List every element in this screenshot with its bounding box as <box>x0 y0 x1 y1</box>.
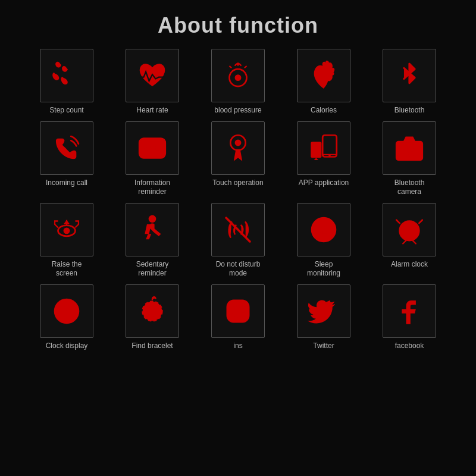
icon-box-bluetooth <box>383 49 436 102</box>
label-incoming-call: Incoming call <box>46 178 87 188</box>
touch-operation-icon <box>221 131 255 165</box>
raise-screen-icon <box>49 212 84 247</box>
item-app-application: APP application <box>281 121 367 197</box>
icon-box-bluetooth-camera <box>383 121 436 175</box>
svg-point-15 <box>406 148 412 154</box>
icon-box-raise-screen <box>40 203 93 256</box>
alarm-clock-icon <box>392 212 427 247</box>
icon-box-clock-display <box>40 284 93 338</box>
icon-box-heart-rate <box>126 49 179 102</box>
ins-icon <box>221 294 255 328</box>
svg-point-8 <box>235 139 242 146</box>
item-calories: Calories <box>281 49 367 115</box>
svg-point-35 <box>233 306 243 317</box>
icon-box-sedentary-reminder <box>126 203 179 256</box>
label-do-not-disturb: Do not disturb mode <box>211 260 265 278</box>
item-bluetooth-camera: Bluetooth camera <box>367 121 452 197</box>
icon-box-app-application <box>297 121 350 175</box>
item-sleep-monitoring: Z Sleep monitoring <box>281 203 367 278</box>
svg-point-20 <box>149 215 156 223</box>
svg-point-12 <box>328 154 331 156</box>
item-alarm-clock: Alarm clock <box>367 203 452 278</box>
bluetooth-icon <box>392 58 427 93</box>
item-raise-screen: Raise the screen <box>24 203 109 278</box>
svg-point-6 <box>156 146 159 149</box>
icon-box-calories <box>297 49 350 102</box>
item-ins: ins <box>195 284 281 351</box>
icon-box-twitter <box>297 284 350 338</box>
svg-point-18 <box>64 227 70 234</box>
label-clock-display: Clock display <box>46 342 88 351</box>
find-bracelet-icon <box>135 294 170 328</box>
calories-icon <box>306 58 341 93</box>
icon-box-information-reminder <box>126 121 179 175</box>
label-calories: Calories <box>311 106 337 115</box>
step-count-icon <box>49 58 84 93</box>
do-not-disturb-icon <box>221 212 255 247</box>
item-sedentary-reminder: Sedentary reminder <box>109 203 195 278</box>
item-twitter: Twitter <box>281 284 367 351</box>
sedentary-reminder-icon <box>135 212 170 247</box>
functions-grid: Step count Heart rate blood pressu <box>0 49 476 351</box>
twitter-icon <box>306 294 341 328</box>
sleep-monitoring-icon: Z <box>306 212 341 247</box>
label-heart-rate: Heart rate <box>136 106 168 115</box>
item-bluetooth: Bluetooth <box>367 49 452 115</box>
icon-box-facebook <box>383 284 436 338</box>
item-clock-display: Clock display <box>24 284 109 351</box>
page-title: About function <box>0 0 476 49</box>
item-step-count: Step count <box>24 49 109 115</box>
icon-box-blood-pressure <box>211 49 265 102</box>
icon-box-find-bracelet <box>126 284 179 338</box>
icon-box-alarm-clock <box>383 203 436 256</box>
svg-point-33 <box>148 307 157 316</box>
information-reminder-icon <box>135 131 170 165</box>
svg-point-4 <box>145 146 148 149</box>
item-touch-operation: Touch operation <box>195 121 281 197</box>
item-do-not-disturb: Do not disturb mode <box>195 203 281 278</box>
icon-box-sleep-monitoring: Z <box>297 203 350 256</box>
label-alarm-clock: Alarm clock <box>391 260 428 270</box>
svg-point-1 <box>235 74 242 81</box>
clock-display-icon <box>49 294 84 328</box>
svg-rect-16 <box>417 145 420 148</box>
label-sleep-monitoring: Sleep monitoring <box>297 260 350 278</box>
label-bluetooth-camera: Bluetooth camera <box>383 178 436 197</box>
svg-point-5 <box>151 146 154 149</box>
label-twitter: Twitter <box>313 342 334 351</box>
label-facebook: facebook <box>395 342 424 351</box>
item-incoming-call: Incoming call <box>24 121 109 197</box>
item-information-reminder: Information reminder <box>109 121 195 197</box>
icon-box-incoming-call <box>40 121 93 175</box>
item-blood-pressure: blood pressure <box>195 49 281 115</box>
app-application-icon <box>306 131 341 165</box>
facebook-icon <box>392 294 427 328</box>
label-find-bracelet: Find bracelet <box>131 342 173 351</box>
label-blood-pressure: blood pressure <box>214 106 261 115</box>
label-bluetooth: Bluetooth <box>394 106 425 115</box>
label-raise-screen: Raise the screen <box>40 260 93 278</box>
svg-rect-9 <box>322 135 337 156</box>
heart-rate-icon <box>135 58 170 93</box>
icon-box-step-count <box>40 49 93 102</box>
label-information-reminder: Information reminder <box>126 178 179 197</box>
blood-pressure-icon <box>221 58 255 93</box>
icon-box-touch-operation <box>211 121 265 175</box>
item-heart-rate: Heart rate <box>109 49 195 115</box>
svg-point-36 <box>244 302 247 305</box>
item-find-bracelet: Find bracelet <box>109 284 195 351</box>
label-step-count: Step count <box>49 106 83 115</box>
icon-box-ins <box>211 284 265 338</box>
svg-rect-11 <box>311 142 321 158</box>
label-ins: ins <box>233 342 242 351</box>
label-app-application: APP application <box>299 178 349 188</box>
incoming-call-icon <box>49 131 84 165</box>
icon-box-do-not-disturb <box>211 203 265 256</box>
item-facebook: facebook <box>367 284 452 351</box>
label-touch-operation: Touch operation <box>212 178 263 188</box>
bluetooth-camera-icon <box>392 131 427 165</box>
label-sedentary-reminder: Sedentary reminder <box>126 260 179 278</box>
